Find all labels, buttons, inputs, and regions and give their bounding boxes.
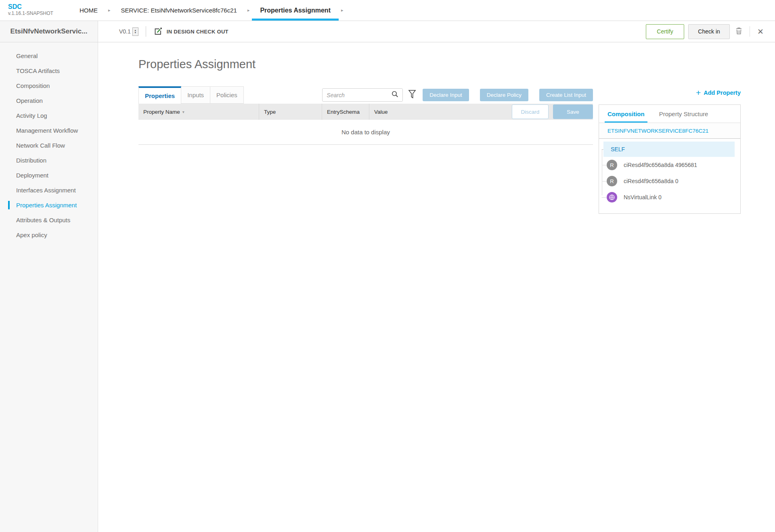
- tab-inputs[interactable]: Inputs: [181, 86, 210, 104]
- check-in-button[interactable]: Check in: [688, 24, 730, 39]
- version-label: V0.1: [119, 28, 131, 35]
- properties-table: Property Name ▾ Type EntrySchema Value D…: [138, 104, 593, 145]
- sidebar-item-deployment[interactable]: Deployment: [0, 168, 98, 183]
- sidebar-item-interfaces-assignment[interactable]: Interfaces Assignment: [0, 183, 98, 198]
- composition-tree: SELF R ciResd4f9c656a8da 4965681 R ciRes…: [599, 139, 740, 205]
- filter-button[interactable]: [408, 90, 416, 100]
- close-button[interactable]: ✕: [752, 24, 769, 39]
- delete-button[interactable]: [730, 24, 748, 39]
- service-link-row: ETSINFVNETWORKSERVICE8FC76C21: [599, 123, 740, 139]
- entity-name: EtsiNfvNetworkServic...: [0, 21, 98, 42]
- breadcrumb: HOME ▸ SERVICE: EtsiNfvNetworkService8fc…: [79, 0, 353, 21]
- tab-composition[interactable]: Composition: [605, 105, 647, 123]
- resource-badge-icon: R: [607, 176, 617, 186]
- breadcrumb-arrow-icon: ▸: [331, 0, 353, 21]
- sidebar-item-properties-assignment[interactable]: Properties Assignment: [0, 198, 98, 213]
- main-content: Properties Assignment Properties Inputs …: [98, 42, 775, 532]
- column-type: Type: [259, 104, 322, 120]
- tab-policies[interactable]: Policies: [210, 86, 244, 104]
- sidebar-item-operation[interactable]: Operation: [0, 93, 98, 108]
- header-actions: Certify Check in ✕: [646, 21, 775, 42]
- top-nav: SDC v.1.16.1-SNAPSHOT HOME ▸ SERVICE: Et…: [0, 0, 775, 21]
- plus-icon: +: [696, 89, 701, 97]
- empty-table-message: No data to display: [138, 120, 593, 145]
- divider: [750, 26, 750, 37]
- create-list-input-button[interactable]: Create List Input: [539, 89, 593, 101]
- declare-policy-button[interactable]: Declare Policy: [480, 89, 528, 101]
- version-selector[interactable]: ▴▾: [132, 27, 138, 36]
- divider: [146, 26, 146, 37]
- workspace-header: EtsiNfvNetworkServic... V0.1 ▴▾ IN DESIG…: [0, 21, 775, 42]
- sidebar-item-distribution[interactable]: Distribution: [0, 153, 98, 168]
- sidebar-item-apex-policy[interactable]: Apex policy: [0, 227, 98, 242]
- tree-item-self[interactable]: SELF: [603, 142, 735, 157]
- search-icon[interactable]: [392, 91, 398, 99]
- save-button[interactable]: Save: [553, 104, 593, 119]
- resource-badge-icon: R: [607, 160, 617, 170]
- search-group: Declare Input Declare Policy Create List…: [322, 88, 593, 102]
- table-header: Property Name ▾ Type EntrySchema Value D…: [138, 104, 593, 120]
- tree-item-virtual-link[interactable]: NsVirtualLink 0: [599, 189, 740, 205]
- panel-tab-group: Composition Property Structure: [599, 105, 740, 123]
- search-box: [322, 88, 403, 102]
- sdc-logo: SDC v.1.16.1-SNAPSHOT: [0, 0, 79, 21]
- page-title: Properties Assignment: [138, 58, 741, 71]
- close-icon: ✕: [757, 27, 764, 36]
- tab-group: Properties Inputs Policies: [138, 86, 244, 104]
- body: General TOSCA Artifacts Composition Oper…: [0, 42, 775, 532]
- sdc-logo-title: SDC: [8, 3, 79, 10]
- breadcrumb-home[interactable]: HOME: [79, 0, 98, 21]
- filter-icon: [408, 90, 416, 100]
- breadcrumb-properties-assignment[interactable]: Properties Assignment: [259, 0, 331, 21]
- sdc-version: v.1.16.1-SNAPSHOT: [8, 10, 79, 16]
- sidebar-item-attributes-outputs[interactable]: Attributes & Outputs: [0, 213, 98, 227]
- declare-input-button[interactable]: Declare Input: [423, 89, 469, 101]
- breadcrumb-service[interactable]: SERVICE: EtsiNfvNetworkService8fc76c21: [120, 0, 238, 21]
- sidebar-item-network-call-flow[interactable]: Network Call Flow: [0, 138, 98, 153]
- lifecycle-status: IN DESIGN CHECK OUT: [167, 29, 228, 35]
- tab-property-structure[interactable]: Property Structure: [656, 105, 711, 123]
- sidebar: General TOSCA Artifacts Composition Oper…: [0, 42, 98, 532]
- table-actions: Discard Save: [512, 104, 593, 119]
- network-icon: [607, 192, 617, 202]
- sidebar-item-composition[interactable]: Composition: [0, 78, 98, 93]
- column-entry-schema: EntrySchema: [322, 104, 369, 120]
- add-property-button[interactable]: + Add Property: [696, 89, 741, 97]
- certify-button[interactable]: Certify: [646, 24, 684, 39]
- sidebar-item-general[interactable]: General: [0, 48, 98, 63]
- sidebar-item-activity-log[interactable]: Activity Log: [0, 108, 98, 123]
- check-out-icon: [153, 27, 163, 36]
- discard-button[interactable]: Discard: [512, 104, 549, 119]
- tree-item-resource[interactable]: R ciResd4f9c656a8da 4965681: [599, 157, 740, 173]
- column-property-name[interactable]: Property Name ▾: [138, 104, 259, 120]
- search-input[interactable]: [327, 92, 392, 98]
- composition-panel: Composition Property Structure ETSINFVNE…: [599, 104, 741, 214]
- sidebar-item-management-workflow[interactable]: Management Workflow: [0, 123, 98, 138]
- sort-arrow-icon: ▾: [182, 110, 184, 114]
- declare-actions: Declare Input Declare Policy Create List…: [423, 89, 593, 101]
- breadcrumb-arrow-icon: ▸: [238, 0, 260, 21]
- sidebar-item-tosca-artifacts[interactable]: TOSCA Artifacts: [0, 63, 98, 78]
- tree-item-resource[interactable]: R ciResd4f9c656a8da 0: [599, 173, 740, 189]
- trash-icon: [735, 27, 742, 36]
- service-link[interactable]: ETSINFVNETWORKSERVICE8FC76C21: [607, 128, 708, 134]
- properties-toolbar: Properties Inputs Policies: [138, 86, 593, 104]
- version-area: V0.1 ▴▾ IN DESIGN CHECK OUT: [98, 21, 228, 42]
- tab-properties[interactable]: Properties: [138, 86, 181, 104]
- breadcrumb-arrow-icon: ▸: [98, 0, 120, 21]
